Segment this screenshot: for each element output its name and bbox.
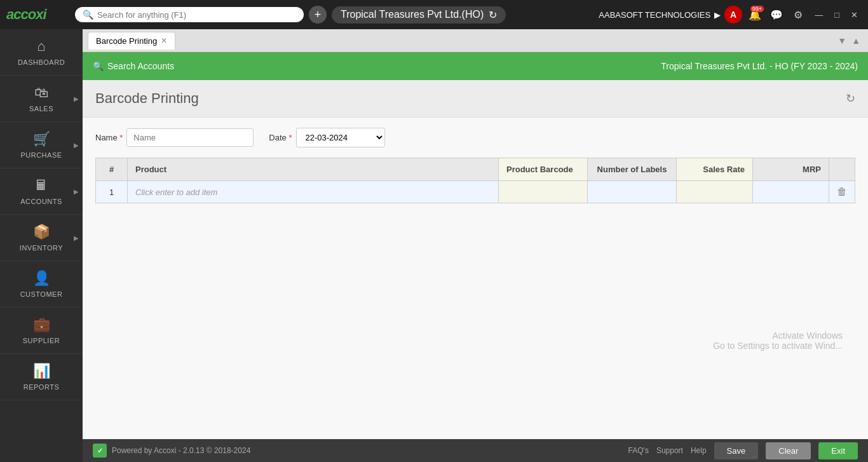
sidebar-item-inventory[interactable]: 📦 INVENTORY ▶: [0, 215, 83, 261]
page-content: Barcode Printing ↻ Name * Date * 22-03-2…: [83, 80, 868, 439]
sidebar-label-accounts: ACCOUNTS: [20, 198, 62, 205]
sidebar-label-supplier: SUPPLIER: [23, 337, 60, 344]
name-required-star: *: [118, 133, 123, 142]
app-logo: accoxi: [6, 6, 70, 23]
page-title-bar: Barcode Printing ↻: [83, 80, 868, 118]
delete-row-button[interactable]: 🗑: [837, 186, 847, 198]
table-row: 1 Click enter to add item 🗑: [96, 181, 855, 203]
row-number: 1: [96, 181, 128, 203]
tab-expand-icon[interactable]: ▲: [849, 36, 863, 46]
row-barcode-cell[interactable]: [499, 181, 588, 203]
sidebar-label-inventory: INVENTORY: [20, 244, 63, 252]
tab-minimize-icon[interactable]: ▼: [835, 36, 849, 46]
notification-badge: 99+: [750, 6, 764, 12]
purchase-arrow-icon: ▶: [74, 142, 79, 149]
sidebar-item-accounts[interactable]: 🖩 ACCOUNTS ▶: [0, 168, 83, 215]
accoxi-brand-icon: A: [724, 6, 742, 24]
table-area: # Product Product Barcode Number of Labe…: [83, 158, 868, 439]
sidebar-item-customer[interactable]: 👤 CUSTOMER: [0, 261, 83, 308]
col-header-hash: #: [96, 158, 128, 181]
col-header-delete: [829, 158, 855, 181]
row-sales-cell[interactable]: [677, 181, 753, 203]
clear-button[interactable]: Clear: [766, 442, 811, 459]
minimize-button[interactable]: —: [811, 9, 827, 21]
accounts-icon: 🖩: [34, 177, 48, 194]
help-link[interactable]: Help: [691, 446, 707, 455]
sidebar-item-reports[interactable]: 📊 REPORTS: [0, 354, 83, 400]
row-labels-cell[interactable]: [588, 181, 677, 203]
search-accounts-label: Search Accounts: [107, 61, 174, 71]
company-name: AABASOFT TECHNOLOGIES: [599, 10, 710, 20]
tab-label: Barcode Printing: [96, 36, 157, 46]
save-button[interactable]: Save: [714, 442, 759, 459]
inventory-icon: 📦: [33, 224, 50, 240]
search-box[interactable]: 🔍: [75, 7, 304, 22]
sidebar: ⌂ DASHBOARD 🛍 SALES ▶ 🛒 PURCHASE ▶ 🖩 ACC…: [0, 29, 83, 462]
col-header-sales-rate: Sales Rate: [677, 158, 753, 181]
search-accounts-button[interactable]: 🔍 Search Accounts: [93, 61, 174, 71]
add-button[interactable]: +: [309, 6, 327, 24]
date-field: Date * 22-03-2024: [269, 128, 384, 147]
faq-link[interactable]: FAQ's: [628, 446, 649, 455]
refresh-company-icon[interactable]: ↻: [489, 9, 497, 21]
customer-icon: 👤: [33, 270, 50, 287]
sidebar-item-dashboard[interactable]: ⌂ DASHBOARD: [0, 29, 83, 76]
row-mrp-cell[interactable]: [753, 181, 829, 203]
sidebar-label-reports: REPORTS: [24, 383, 59, 391]
sidebar-item-supplier[interactable]: 💼 SUPPLIER: [0, 308, 83, 354]
company-selector-label: Tropical Treasures Pvt Ltd.(HO): [341, 9, 484, 20]
supplier-icon: 💼: [33, 316, 50, 333]
company-arrow-icon: ▶: [714, 10, 721, 20]
chat-icon: 💬: [770, 9, 783, 21]
main-layout: ⌂ DASHBOARD 🛍 SALES ▶ 🛒 PURCHASE ▶ 🖩 ACC…: [0, 29, 868, 462]
dashboard-icon: ⌂: [37, 38, 45, 55]
date-required-star: *: [287, 133, 292, 142]
support-link[interactable]: Support: [656, 446, 683, 455]
row-product-cell[interactable]: Click enter to add item: [128, 181, 499, 203]
product-click-hint: Click enter to add item: [135, 187, 217, 197]
settings-button[interactable]: ⚙: [789, 6, 807, 24]
footer: ✓ Powered by Accoxi - 2.0.13 © 2018-2024…: [83, 439, 868, 462]
top-right-controls: AABASOFT TECHNOLOGIES ▶ A 🔔 99+ 💬 ⚙ — □ …: [599, 6, 862, 24]
sales-icon: 🛍: [34, 85, 48, 101]
sidebar-label-dashboard: DASHBOARD: [18, 58, 65, 66]
sidebar-item-purchase[interactable]: 🛒 PURCHASE ▶: [0, 122, 83, 168]
sidebar-label-customer: CUSTOMER: [20, 290, 63, 298]
page-title: Barcode Printing: [95, 90, 199, 107]
col-header-barcode: Product Barcode: [499, 158, 588, 181]
sidebar-item-sales[interactable]: 🛍 SALES ▶: [0, 76, 83, 122]
tab-barcode-printing[interactable]: Barcode Printing ✕: [88, 32, 175, 50]
search-input[interactable]: [97, 10, 296, 20]
row-delete-cell[interactable]: 🗑: [829, 181, 855, 203]
date-select[interactable]: 22-03-2024: [296, 128, 385, 147]
name-field: Name *: [95, 128, 254, 147]
chat-button[interactable]: 💬: [768, 6, 785, 24]
footer-links: FAQ's Support Help Save Clear Exit: [628, 442, 858, 459]
company-selector[interactable]: Tropical Treasures Pvt Ltd.(HO) ↻: [332, 6, 506, 24]
tab-bar: Barcode Printing ✕ ▼ ▲: [83, 29, 868, 52]
exit-button[interactable]: Exit: [818, 442, 858, 459]
col-header-product: Product: [128, 158, 499, 181]
maximize-button[interactable]: □: [831, 9, 843, 21]
watermark-line2: Go to Settings to activate Wind...: [95, 341, 843, 351]
page-refresh-icon[interactable]: ↻: [846, 92, 855, 105]
reports-icon: 📊: [33, 363, 50, 379]
watermark-line1: Activate Windows: [95, 330, 843, 341]
form-area: Name * Date * 22-03-2024: [83, 118, 868, 158]
search-icon: 🔍: [83, 10, 93, 20]
notification-button[interactable]: 🔔 99+: [746, 6, 764, 24]
sidebar-label-sales: SALES: [29, 105, 53, 112]
settings-icon: ⚙: [794, 9, 803, 21]
sidebar-label-purchase: PURCHASE: [20, 151, 62, 159]
col-header-mrp: MRP: [753, 158, 829, 181]
name-label: Name *: [95, 133, 123, 142]
name-input[interactable]: [126, 128, 254, 147]
sales-arrow-icon: ▶: [74, 95, 79, 102]
barcode-table: # Product Product Barcode Number of Labe…: [95, 158, 855, 203]
accounts-arrow-icon: ▶: [74, 188, 79, 195]
close-window-button[interactable]: ✕: [847, 9, 862, 21]
tab-close-icon[interactable]: ✕: [161, 36, 167, 45]
search-accounts-icon: 🔍: [93, 61, 104, 71]
purchase-icon: 🛒: [33, 131, 50, 147]
watermark: Activate Windows Go to Settings to activ…: [95, 330, 855, 351]
